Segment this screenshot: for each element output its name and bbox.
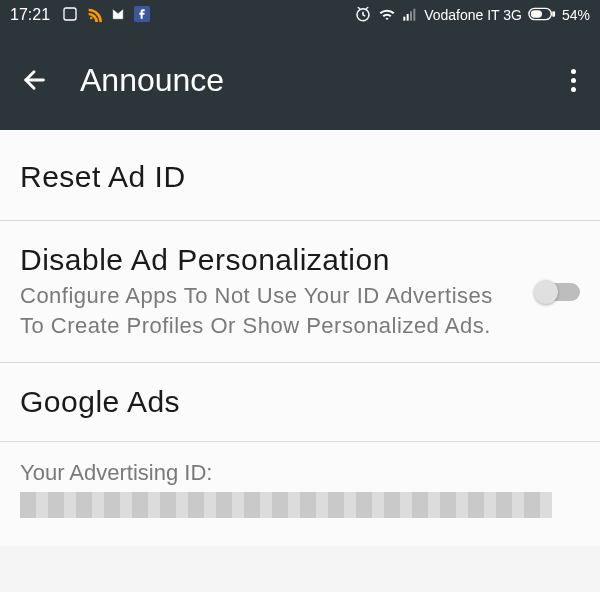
mail-icon [110, 6, 126, 25]
google-ads-row[interactable]: Google Ads [0, 363, 600, 442]
advertising-id-value [20, 492, 552, 518]
carrier-label: Vodafone IT 3G [424, 7, 522, 23]
reset-ad-id-row[interactable]: Reset Ad ID [0, 130, 600, 221]
svg-rect-9 [531, 10, 542, 17]
overflow-menu-button[interactable] [563, 61, 584, 100]
status-bar-left: 17:21 [10, 6, 150, 25]
app-bar-title: Announce [80, 62, 224, 99]
rss-icon [86, 6, 102, 25]
svg-rect-5 [410, 11, 412, 20]
disable-ad-toggle[interactable] [536, 283, 580, 301]
disable-ad-description: Configure Apps To Not Use Your ID Advert… [20, 281, 520, 340]
status-bar: 17:21 Vodafone IT 3G 54% [0, 0, 600, 30]
battery-icon [528, 7, 556, 24]
status-bar-right: Vodafone IT 3G 54% [354, 5, 590, 26]
facebook-icon [134, 6, 150, 25]
wifi-icon [378, 5, 396, 26]
svg-rect-8 [552, 11, 555, 17]
app-bar: Announce [0, 30, 600, 130]
svg-rect-3 [403, 16, 405, 20]
back-button[interactable] [12, 58, 56, 102]
signal-icon [402, 6, 418, 25]
reset-ad-id-title: Reset Ad ID [20, 160, 580, 194]
battery-percent: 54% [562, 7, 590, 23]
status-clock: 17:21 [10, 6, 50, 24]
screenshot-icon [62, 6, 78, 25]
google-ads-title: Google Ads [20, 385, 580, 419]
svg-rect-6 [413, 8, 415, 20]
alarm-icon [354, 5, 372, 26]
advertising-id-row: Your Advertising ID: [0, 442, 600, 546]
svg-rect-0 [64, 8, 76, 20]
settings-content: Reset Ad ID Disable Ad Personalization C… [0, 130, 600, 546]
svg-rect-4 [407, 14, 409, 21]
advertising-id-label: Your Advertising ID: [20, 460, 580, 486]
disable-ad-title: Disable Ad Personalization [20, 243, 520, 277]
disable-ad-personalization-row[interactable]: Disable Ad Personalization Configure App… [0, 221, 600, 363]
